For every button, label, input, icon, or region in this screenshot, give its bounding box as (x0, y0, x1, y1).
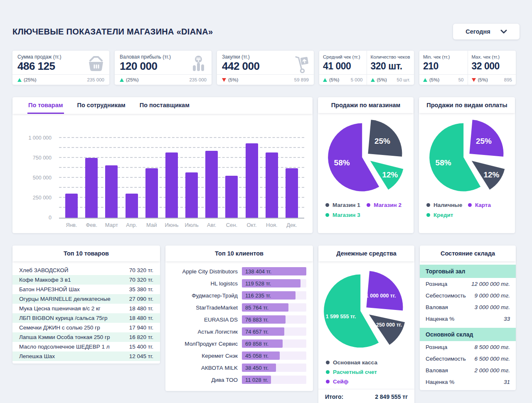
kpi-card-sales: Сумма продаж (тг.) 486 125 (25%) 235 000 (12, 51, 109, 85)
row-value: 9 000 000 тг. (475, 292, 510, 299)
sales-by-stores-card: Продажи по магазинам 58%25%12% Магазин 1… (318, 97, 414, 233)
product-name: Хлеб ЗАВОДСКОЙ (19, 267, 68, 274)
client-name: Apple City Distributors (172, 268, 242, 275)
legend-item: Наличные (426, 202, 468, 208)
kpi-footer: (5%) 50 (419, 74, 468, 85)
row-label: Наценка % (426, 316, 454, 322)
bar-cell (145, 168, 158, 218)
cash-funds-card: Денежные средства 1 599 555 тг.1 000 000… (318, 246, 414, 403)
legend-item: Магазин 3 (325, 212, 367, 218)
row-label: Валовая (426, 304, 448, 310)
kpi-min-check: Min. чек (тг.) 210 (5%) 50 (419, 51, 468, 85)
table-row: Розница8 500 000 тг. (420, 341, 516, 353)
legend-item: Сейф (326, 378, 407, 385)
client-value: 76 883 тг. (245, 317, 268, 323)
x-axis-tick-label: Сен. (226, 222, 237, 228)
legend-payment: НаличныеКартаКредит (419, 200, 515, 224)
bar (165, 152, 178, 218)
row-value: 8 500 000 тг. (475, 344, 510, 350)
product-name: ЛБП BIGBON курица /сальса 75гр (19, 315, 108, 322)
client-value: 45 058 тг. (245, 353, 268, 359)
table-row: Батон НАРЕЗНОЙ Шах35 380 тг. (12, 285, 160, 294)
legend-item: Кредит (426, 212, 468, 218)
client-value: 74 657 тг. (245, 329, 268, 335)
x-axis-tick-label: Июль (185, 222, 198, 228)
kpi-value: 41 000 (323, 60, 363, 73)
kpi-row: Сумма продаж (тг.) 486 125 (25%) 235 000 (12, 51, 520, 85)
product-value: 15 400 тг. (126, 344, 153, 350)
middle-row: По товарам По сотрудникам По поставщикам… (12, 97, 520, 233)
product-name: Семечки ДЖИН с солью 250 гр (19, 324, 100, 331)
bar-cell (165, 152, 178, 218)
card-title: Топ 10 клиентов (165, 246, 313, 261)
table-row: Наценка %31 (420, 376, 516, 388)
tab-by-suppliers[interactable]: По поставщикам (139, 97, 190, 114)
tab-by-employees[interactable]: По сотрудникам (76, 97, 126, 114)
legend-dot (325, 213, 329, 217)
dashboard-page: КЛЮЧЕВЫЕ ПОКАЗАТЕЛИ МАГАЗИНА «DIANA» Сег… (0, 23, 532, 403)
pie-slice-label: 12% (382, 170, 398, 179)
kpi-card-min-max-check: Min. чек (тг.) 210 (5%) 50 Max. чек (тг.… (419, 51, 516, 85)
bar-series (62, 130, 302, 218)
product-value: 12 045 тг. (126, 353, 153, 359)
client-value: 119 528 тг. (245, 280, 271, 287)
cash-total-row: Итого: 2 849 555 тг (318, 389, 414, 403)
table-row: Лапша Кэмми Особа тонкая 250 гр16 820 тг… (12, 332, 160, 342)
product-value: 16 820 тг. (126, 334, 153, 340)
tab-by-products[interactable]: По товарам (27, 97, 64, 114)
row-value: 12 000 000 тг. (471, 281, 510, 287)
client-name: Фудмастер-Трэйд (172, 292, 242, 299)
trend-down-icon (472, 78, 476, 82)
table-row: Астык Логистик74 657 тг. (172, 327, 306, 336)
bar-cell (185, 172, 198, 218)
table-row: Фудмастер-Трэйд116 235 тг. (172, 291, 306, 300)
trend-up-icon (323, 78, 327, 82)
pie-slice-label: 12% (483, 170, 499, 179)
product-value: 18 480 тг. (126, 315, 153, 321)
bar (145, 168, 158, 218)
x-axis-tick-label: Июнь (165, 222, 178, 228)
x-axis-tick-label: Дек. (286, 222, 297, 228)
row-value: 33 (504, 316, 510, 322)
client-bar-track: 85 764 тг. (242, 303, 306, 312)
product-value: 70 320 тг. (126, 277, 153, 283)
pie-chart-payment: 58%25%12% (419, 114, 515, 200)
client-value: 85 764 тг. (245, 305, 268, 311)
bar (225, 176, 238, 218)
y-axis-tick-label: 500 000 (33, 175, 52, 181)
product-name: Огурцы MARINELLE деликатесные (19, 295, 111, 302)
table-row: Мука Цесна пшеничная в/с 2 кг18 480 тг. (12, 304, 160, 313)
pie-chart-cash: 1 599 555 тг.1 000 000 тг.250 000 тг. (319, 262, 414, 359)
page-title: КЛЮЧЕВЫЕ ПОКАЗАТЕЛИ МАГАЗИНА «DIANA» (12, 27, 213, 37)
legend-dot (426, 213, 430, 217)
client-bar-track: 74 657 тг. (242, 327, 306, 336)
client-bar-track: 116 235 тг. (242, 291, 306, 300)
kpi-footer: (25%) 235 000 (12, 74, 109, 85)
bar-cell (85, 158, 98, 218)
legend-dot (326, 361, 330, 364)
kpi-label: Количество чеков (371, 54, 411, 60)
tabs-bar: По товарам По сотрудникам По поставщикам (12, 97, 313, 114)
kpi-value: 32 000 (472, 60, 512, 73)
kpi-footer: (5%) 5 000 (319, 74, 367, 85)
client-bar-track: 76 883 тг. (242, 315, 306, 324)
kpi-sub-value: 235 000 (189, 76, 207, 83)
kpi-label: Средний чек (тг.) (323, 54, 363, 60)
client-bar-track: 45 058 тг. (242, 351, 306, 360)
x-axis-tick-label: Янв. (66, 222, 77, 228)
top-products-rows: Хлеб ЗАВОДСКОЙ70 320 тг.Кофе Маккофе 3 в… (12, 261, 160, 364)
bar-cell (65, 194, 78, 218)
client-value: 38 450 тг. (245, 365, 268, 371)
legend-item: Расчетный счет (326, 369, 407, 375)
client-bar-track: 69 858 тг. (242, 339, 306, 348)
kpi-footer: (5%) 59 899 (217, 74, 314, 85)
kpi-max-check: Max. чек (тг.) 32 000 (5%) 895 (468, 51, 516, 85)
legend-item: Магазин 2 (367, 202, 406, 208)
client-value: 138 404 тг. (245, 268, 271, 275)
client-name: EURASIA DS (172, 317, 242, 323)
kpi-sub-value: 235 000 (87, 76, 104, 83)
period-selector[interactable]: Сегодня (453, 24, 520, 39)
period-selector-value: Сегодня (466, 28, 490, 35)
row-label: Себестоимость (426, 356, 466, 362)
client-name: Дива ТОО (172, 377, 242, 383)
